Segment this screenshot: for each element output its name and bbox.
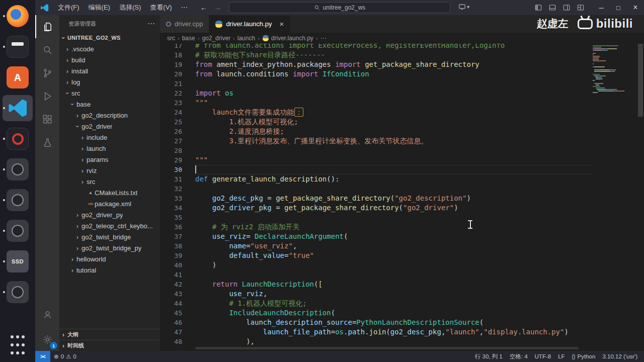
status-indentation[interactable]: 空格: 4 [506,351,531,362]
code-line-19[interactable]: 19from ament_index_python.packages impor… [160,60,593,69]
command-center[interactable]: unitree_go2_ws [229,2,450,13]
code-line-42[interactable]: 42 return LaunchDescription([ [160,280,593,289]
dock-item-camera-1[interactable] [3,156,33,183]
minimap[interactable] [593,44,637,94]
code-editor[interactable]: 17# from launch.actions import ExecutePr… [160,44,644,351]
tree-item-go2_teleop_ctrl_keybo...[interactable]: ›go2_teleop_ctrl_keybo... [59,220,160,231]
extensions-icon[interactable] [35,108,59,131]
code-line-22[interactable]: 22import os [160,88,593,98]
dock-item-files-app[interactable] [3,34,33,60]
status-eol[interactable]: LF [554,351,568,362]
maximize-button[interactable]: □ [610,0,627,15]
explorer-icon[interactable] [35,15,59,38]
code-line-24[interactable]: 24 launch文件需要集成功能： [160,108,593,117]
horizontal-scrollbar[interactable] [195,347,579,349]
code-line-40[interactable]: 40 ) [160,260,593,270]
nav-forward-icon[interactable]: → [214,4,221,12]
toggle-panel-icon[interactable] [548,4,556,12]
dock-item-camera-3[interactable] [3,218,33,244]
code-line-43[interactable]: 43 use_rviz, [160,289,593,299]
status-language-mode[interactable]: {}Python [569,351,599,362]
toggle-sidebar-icon[interactable] [534,4,542,12]
search-view-icon[interactable] [35,38,59,61]
tree-item-go2_driver_py[interactable]: ›go2_driver_py [59,209,160,220]
menu-selection[interactable]: 选择(S) [115,0,145,15]
code-line-36[interactable]: 36 # 为 rviz2 启动添加开关 [160,222,593,232]
code-line-18[interactable]: 18# 获取功能包下share目录路径------- [160,50,593,60]
section-outline[interactable]: ›大纲 [59,329,160,340]
code-line-33[interactable]: 33 go2_desc_pkg = get_package_share_dire… [160,194,593,203]
code-line-48[interactable]: 48 ), [160,337,593,346]
code-line-47[interactable]: 47 launch_file_path=os.path.join(go2_des… [160,327,593,337]
code-line-35[interactable]: 35 [160,213,593,222]
code-line-30[interactable]: 30 [160,165,593,174]
dock-item-screen-recorder[interactable] [3,126,33,152]
tree-item-go2_driver[interactable]: ›go2_driver [59,121,160,132]
breadcrumb-base[interactable]: base [182,35,195,42]
menu-file[interactable]: 文件(F) [53,0,84,15]
remote-indicator[interactable]: >< [35,351,50,362]
account-icon[interactable] [35,303,59,326]
tree-item-.vscode[interactable]: ›.vscode [59,43,160,54]
toggle-secondary-sidebar-icon[interactable] [562,4,571,12]
code-line-39[interactable]: 39 default_value="true" [160,251,593,260]
code-line-29[interactable]: 29""" [160,155,593,165]
close-button[interactable]: × [627,0,644,15]
settings-gear-icon[interactable]: 1 [35,328,59,351]
menu-more[interactable]: ⋯ [177,0,192,15]
tree-item-install[interactable]: ›install [59,65,160,76]
section-timeline[interactable]: ›时间线 [59,340,160,351]
cast-control[interactable]: ▾ [458,3,469,11]
code-line-32[interactable]: 32 [160,184,593,194]
tab-driver-cpp[interactable]: driver.cpp [160,15,209,33]
vertical-scrollbar[interactable] [637,44,644,351]
code-line-26[interactable]: 26 2.速度消息桥接; [160,127,593,136]
dock-item-camera-4[interactable] [3,279,33,305]
scrollbar-thumb[interactable] [638,44,643,117]
code-line-28[interactable]: 28 [160,146,593,155]
tree-item-params[interactable]: ›params [59,154,160,165]
dock-item-vscode[interactable] [3,95,33,121]
tree-item-launch[interactable]: ›launch [59,143,160,154]
tree-item-helloworld[interactable]: ›helloworld [59,253,160,264]
breadcrumb-symbol-more[interactable]: ⋯ [320,35,327,42]
code-line-31[interactable]: 31def generate_launch_description(): [160,174,593,184]
workspace-section-header[interactable]: › UNITREE_GO2_WS [59,32,160,43]
code-line-34[interactable]: 34 go2_driver_pkg = get_package_share_di… [160,203,593,213]
tab-driver-launch-py[interactable]: driver.launch.py× [209,15,290,33]
breadcrumb-launch[interactable]: launch [237,35,255,42]
code-line-21[interactable]: 21 [160,79,593,88]
more-actions-icon[interactable]: ⋯ [147,19,155,28]
breadcrumb-src[interactable]: src [167,35,175,42]
tree-item-src[interactable]: ›src [59,176,160,187]
dock-item-show-apps[interactable] [3,332,33,358]
code-line-17[interactable]: 17# from launch.actions import ExecutePr… [160,44,593,50]
status-python-interpreter[interactable]: 3.10.12 ('usr') [599,351,641,362]
menu-view[interactable]: 查看(V) [145,0,176,15]
status-encoding[interactable]: UTF-8 [531,351,555,362]
tree-item-src[interactable]: ›src [59,87,160,99]
tree-item-base[interactable]: ›base [59,99,160,110]
run-debug-icon[interactable] [35,84,59,108]
dock-item-ssd-drive[interactable]: SSD [3,248,33,275]
dock-item-camera-2[interactable] [3,187,33,213]
tree-item-log[interactable]: ›log [59,76,160,87]
tree-item-go2_description[interactable]: ›go2_description [59,110,160,121]
code-line-46[interactable]: 46 launch_description_source=PythonLaunc… [160,318,593,327]
tree-item-build[interactable]: ›build [59,54,160,65]
dock-item-firefox[interactable] [3,3,33,29]
customize-layout-icon[interactable] [577,4,585,12]
tree-item-go2_twist_bridge_py[interactable]: ›go2_twist_bridge_py [59,242,160,253]
code-line-44[interactable]: 44 # 1.机器人模型可视化; [160,299,593,308]
minimize-button[interactable]: ─ [593,0,610,15]
tree-item-tutorial[interactable]: ›tutorial [59,264,160,276]
testing-icon[interactable] [35,131,59,154]
status-cursor-position[interactable]: 行 30, 列 1 [471,351,506,362]
dock-item-app-store[interactable]: A [3,64,33,90]
code-line-37[interactable]: 37 use_rviz= DeclareLaunchArgument( [160,232,593,241]
breadcrumb-go2_driver[interactable]: go2_driver [202,35,230,42]
tree-item-go2_twist_bridge[interactable]: ›go2_twist_bridge [59,231,160,242]
close-icon[interactable]: × [279,20,284,28]
code-line-41[interactable]: 41 [160,270,593,280]
breadcrumb-driver-launch-py[interactable]: driver.launch.py [262,35,313,42]
